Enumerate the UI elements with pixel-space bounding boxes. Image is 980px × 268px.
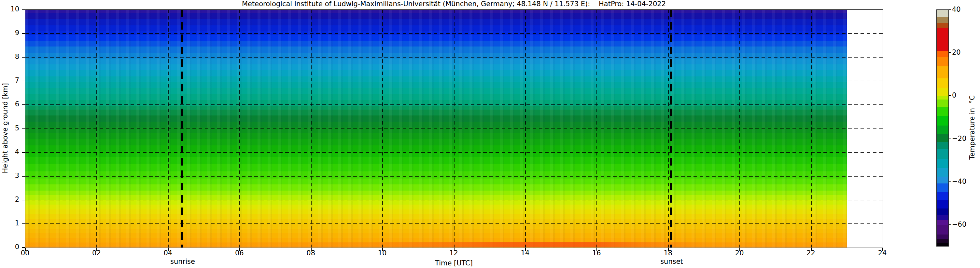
y-tick-mark bbox=[22, 224, 25, 224]
y-tick-mark bbox=[22, 33, 25, 34]
colorbar-tick-mark bbox=[949, 52, 951, 53]
x-tick-label: 02 bbox=[92, 249, 101, 257]
colorbar-tick-mark bbox=[949, 224, 951, 225]
colorbar-tick-mark bbox=[949, 10, 951, 10]
x-tick-label: 14 bbox=[521, 249, 530, 257]
plot-area bbox=[25, 10, 883, 248]
page-title: Meteorological Institute of Ludwig-Maxim… bbox=[242, 0, 666, 8]
y-tick-label: 4 bbox=[15, 148, 19, 156]
y-tick-mark bbox=[22, 105, 25, 105]
sunset-label: sunset bbox=[660, 258, 683, 265]
colorbar bbox=[936, 10, 949, 247]
colorbar-tick-label: −20 bbox=[952, 135, 966, 143]
y-tick-label: 10 bbox=[10, 5, 19, 13]
gridline-vertical bbox=[311, 10, 312, 247]
x-tick-label: 04 bbox=[164, 249, 172, 257]
x-tick-label: 24 bbox=[878, 249, 887, 257]
y-tick-label: 5 bbox=[15, 124, 19, 132]
y-tick-mark bbox=[22, 200, 25, 200]
x-tick-label: 18 bbox=[663, 249, 672, 257]
y-tick-mark bbox=[22, 81, 25, 81]
x-tick-label: 20 bbox=[735, 249, 744, 257]
y-tick-mark bbox=[22, 128, 25, 129]
colorbar-tick-label: −40 bbox=[952, 178, 966, 186]
x-axis-tick-labels: 00020406081012141618202224 bbox=[25, 249, 882, 258]
colorbar-tick-mark bbox=[949, 181, 951, 182]
y-tick-label: 2 bbox=[15, 195, 19, 203]
gridline-vertical bbox=[597, 10, 597, 247]
colorbar-tick-label: −60 bbox=[952, 220, 966, 228]
x-tick-label: 12 bbox=[449, 249, 458, 257]
y-tick-label: 0 bbox=[15, 243, 19, 251]
y-axis-label: Height above ground [km] bbox=[1, 83, 9, 173]
x-tick-label: 00 bbox=[21, 249, 30, 257]
y-tick-mark bbox=[22, 152, 25, 153]
y-tick-label: 6 bbox=[15, 100, 19, 108]
sunrise-label: sunrise bbox=[170, 258, 195, 265]
gridline-vertical bbox=[239, 10, 240, 247]
y-tick-mark bbox=[22, 57, 25, 57]
gridline-vertical bbox=[740, 10, 740, 247]
x-tick-label: 16 bbox=[592, 249, 601, 257]
y-tick-mark bbox=[22, 247, 25, 248]
x-tick-label: 10 bbox=[378, 249, 387, 257]
y-tick-label: 3 bbox=[15, 172, 19, 179]
colorbar-tick-mark bbox=[949, 95, 951, 96]
y-tick-label: 9 bbox=[15, 29, 19, 37]
x-tick-label: 06 bbox=[235, 249, 244, 257]
x-axis-label: Time [UTC] bbox=[435, 259, 473, 267]
gridline-vertical bbox=[382, 10, 383, 247]
gridline-vertical bbox=[811, 10, 812, 247]
gridline-vertical bbox=[168, 10, 169, 247]
y-tick-mark bbox=[22, 10, 25, 10]
x-tick-label: 22 bbox=[807, 249, 815, 257]
colorbar-label: Temperature in °C bbox=[968, 95, 976, 159]
surface-warm-layer bbox=[25, 242, 847, 247]
gridline-vertical bbox=[96, 10, 97, 247]
gridline-vertical bbox=[525, 10, 526, 247]
y-tick-label: 1 bbox=[15, 219, 19, 227]
x-tick-label: 08 bbox=[306, 249, 315, 257]
temperature-heatmap-figure: Meteorological Institute of Ludwig-Maxim… bbox=[0, 0, 980, 268]
colorbar-tick-label: 0 bbox=[952, 91, 956, 99]
colorbar-tick-label: 40 bbox=[952, 6, 961, 13]
y-tick-label: 7 bbox=[15, 76, 19, 84]
colorbar-tick-mark bbox=[949, 138, 951, 139]
y-tick-label: 8 bbox=[15, 53, 19, 60]
gridline-vertical bbox=[454, 10, 455, 247]
y-tick-mark bbox=[22, 176, 25, 177]
colorbar-tick-label: 20 bbox=[952, 48, 961, 56]
gridline-vertical bbox=[668, 10, 669, 247]
